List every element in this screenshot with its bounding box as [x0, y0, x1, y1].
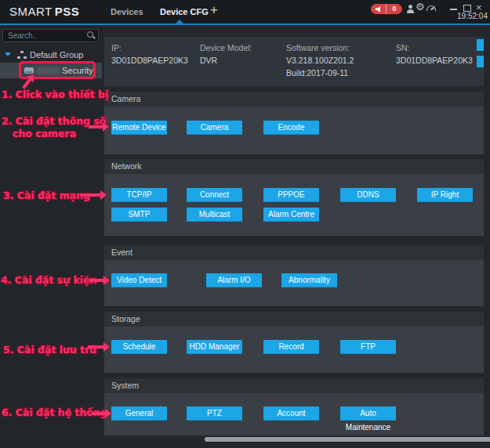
tab-device-cfg[interactable]: Device CFG: [160, 7, 209, 16]
group-label: Default Group: [30, 50, 83, 60]
section-event: Event Video Detect Alarm I/O Abnormality: [104, 245, 484, 306]
search-icon[interactable]: [87, 31, 93, 38]
info-label: IP:: [111, 43, 122, 52]
horizontal-scrollbar-thumb[interactable]: [205, 437, 490, 442]
connect-button[interactable]: Connect: [187, 188, 242, 202]
annotation-step3: 3. Cài đặt mạng: [3, 190, 90, 201]
speaker-icon-wrap: [371, 4, 387, 14]
annotation-arrow-4: [89, 279, 103, 282]
section-title-system: System: [104, 378, 484, 393]
remote-device-button[interactable]: Remote Device: [111, 121, 167, 135]
hdd-manager-button[interactable]: HDD Manager: [187, 340, 242, 354]
annotation-arrow-3: [80, 193, 100, 197]
smtp-button[interactable]: SMTP: [111, 208, 167, 222]
pppoe-button[interactable]: PPPOE: [263, 188, 319, 202]
app-name-bold: PSS: [55, 5, 80, 18]
speaker-icon: [376, 6, 382, 13]
alarm-centre-button[interactable]: Alarm Centre: [263, 208, 319, 222]
tab-devices[interactable]: Devices: [111, 7, 143, 16]
smart-pss-window: SMARTPSS Devices Device CFG + 0 ⚙ × 19:5…: [0, 0, 490, 448]
minimize-button[interactable]: [450, 9, 457, 10]
multicast-button[interactable]: Multicast: [187, 208, 242, 222]
info-value: 3D01DD8PAEP20K3: [111, 56, 188, 65]
alarm-count: 0: [387, 4, 402, 14]
info-label: Software version:: [286, 43, 350, 52]
ftp-button[interactable]: FTP: [340, 340, 396, 354]
annotation-step6: 6. Cài đặt hệ thống: [2, 406, 107, 418]
tcpip-button[interactable]: TCP/IP: [111, 188, 167, 202]
section-network: Network TCP/IP Connect PPPOE DDNS IP Rig…: [104, 159, 484, 236]
ptz-button[interactable]: PTZ: [187, 406, 242, 421]
annotation-step5: 5. Cài đặt lưu trữ: [3, 344, 96, 356]
info-value: 3D01DD8PAEP20K3: [396, 56, 473, 65]
annotation-step2-line2: cho camera: [13, 128, 76, 139]
section-title-storage: Storage: [104, 312, 484, 327]
device-info-panel: IP: 3D01DD8PAEP20K3 Device Model: DVR So…: [104, 37, 484, 86]
gear-icon[interactable]: ⚙: [416, 1, 425, 13]
info-label: SN:: [396, 43, 410, 52]
info-label: Device Model:: [200, 43, 252, 52]
search-input[interactable]: [3, 30, 86, 42]
panel-side-button-1[interactable]: [477, 39, 484, 51]
video-detect-button[interactable]: Video Detect: [111, 273, 167, 287]
clock: 19:52:04: [457, 12, 488, 20]
schedule-button[interactable]: Schedule: [111, 340, 167, 354]
search-box: [2, 29, 99, 42]
section-camera: Camera Remote Device Camera Encode: [104, 92, 484, 154]
section-title-camera: Camera: [104, 92, 484, 107]
group-icon: [17, 51, 27, 59]
abnormality-button[interactable]: Abnormality: [281, 273, 337, 287]
alarm-badge[interactable]: 0: [371, 4, 402, 14]
app-logo: SMARTPSS: [9, 5, 79, 18]
encode-button[interactable]: Encode: [263, 121, 319, 135]
alarm-io-button[interactable]: Alarm I/O: [206, 273, 262, 287]
info-value: V3.218.100Z201.2: [286, 56, 354, 65]
section-system: System General PTZ Account Auto Maintena…: [104, 378, 484, 435]
record-button[interactable]: Record: [263, 340, 319, 354]
annotation-step4: 4. Cài đặt sự kiện: [1, 274, 96, 286]
section-title-network: Network: [104, 159, 484, 174]
general-button[interactable]: General: [111, 406, 167, 421]
annotation-arrow-2: [89, 125, 103, 128]
info-value: DVR: [200, 56, 217, 65]
camera-button[interactable]: Camera: [187, 121, 242, 135]
section-storage: Storage Schedule HDD Manager Record FTP: [104, 312, 484, 373]
device-cfg-panel: IP: 3D01DD8PAEP20K3 Device Model: DVR So…: [102, 25, 490, 448]
info-build: Build:2017-09-11: [286, 68, 348, 78]
horizontal-scrollbar-track[interactable]: [205, 437, 490, 442]
chevron-down-icon[interactable]: [5, 52, 11, 56]
panel-side-button-2[interactable]: [477, 56, 484, 67]
app-name-regular: SMART: [9, 5, 53, 18]
account-button[interactable]: Account: [263, 406, 319, 421]
user-icon[interactable]: [405, 4, 416, 15]
annotation-step1: 1. Click vào thiết bị: [2, 89, 108, 100]
new-tab-button[interactable]: +: [210, 2, 218, 18]
auto-maintenance-button[interactable]: Auto Maintenance: [340, 406, 396, 421]
section-title-event: Event: [104, 245, 484, 260]
annotation-arrow-6: [93, 412, 105, 415]
ddns-button[interactable]: DDNS: [340, 188, 396, 202]
ip-right-button[interactable]: IP Right: [417, 188, 473, 202]
gauge-icon[interactable]: [426, 5, 436, 11]
maximize-button[interactable]: [463, 5, 471, 12]
titlebar: SMARTPSS Devices Device CFG + 0 ⚙ × 19:5…: [0, 0, 490, 23]
annotation-arrow-5: [88, 345, 103, 349]
